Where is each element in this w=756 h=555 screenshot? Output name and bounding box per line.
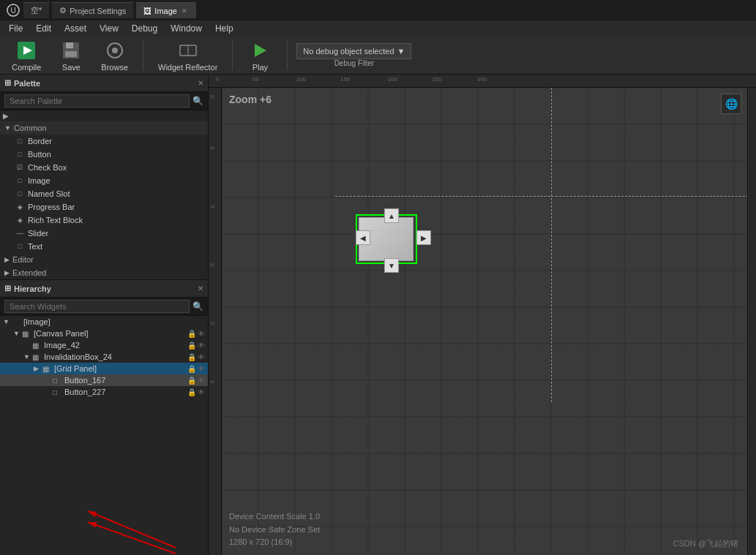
- canvas-widget[interactable]: ▲ ▼ ◀ ▶: [350, 208, 434, 274]
- debug-filter-container: No debug object selected ▼ Debug Filter: [296, 43, 411, 67]
- palette-category-extended[interactable]: ▶ Extended: [0, 266, 208, 279]
- hierarchy-search-icon[interactable]: 🔍: [192, 301, 203, 312]
- menu-help[interactable]: Help: [209, 22, 239, 35]
- tab-image[interactable]: 🖼 Image ✕: [136, 2, 196, 18]
- invalidationbox-lock-icon[interactable]: 🔒: [187, 353, 196, 361]
- hierarchy-item-canvas-panel[interactable]: ▼ ▦ [Canvas Panel] 🔒 👁: [0, 328, 208, 339]
- palette-item-image[interactable]: □ Image: [0, 174, 208, 187]
- invalidationbox-right-icons: 🔒 👁: [187, 353, 205, 361]
- menu-window[interactable]: Window: [165, 22, 208, 35]
- image42-eye-icon[interactable]: 👁: [198, 341, 205, 350]
- hierarchy-item-image-root[interactable]: ▼ [Image]: [0, 316, 208, 328]
- menu-asset[interactable]: Asset: [59, 22, 92, 35]
- gridpanel-right-icons: 🔒 👁: [187, 365, 205, 373]
- palette-search-bar: 🔍: [0, 92, 208, 110]
- palette-close-button[interactable]: ✕: [198, 79, 203, 87]
- dropdown-arrow-icon: ▼: [397, 47, 405, 56]
- canvas-scrollbar[interactable]: [747, 88, 756, 555]
- invalidationbox-icon: ▦: [32, 353, 42, 361]
- menu-file[interactable]: File: [3, 22, 29, 35]
- palette-search-icon[interactable]: 🔍: [192, 96, 203, 106]
- watermark: CSDN @飞起的猪: [673, 538, 738, 549]
- button167-lock-icon[interactable]: 🔒: [187, 377, 196, 385]
- nav-right-button[interactable]: ▶: [416, 230, 431, 245]
- invalidationbox-arrow: ▼: [23, 353, 31, 360]
- gridpanel-lock-icon[interactable]: 🔒: [187, 365, 196, 373]
- widget-container: ▲ ▼ ◀ ▶: [350, 208, 434, 274]
- button167-icon: □: [53, 377, 63, 385]
- tab-project-settings[interactable]: ⚙ Project Settings: [52, 2, 133, 18]
- button-icon: □: [15, 151, 25, 158]
- invalidationbox-eye-icon[interactable]: 👁: [198, 353, 205, 361]
- debug-filter-dropdown[interactable]: No debug object selected ▼: [296, 43, 411, 59]
- palette-item-border[interactable]: □ Border: [0, 135, 208, 148]
- palette-item-text[interactable]: □ Text: [0, 240, 208, 253]
- palette-item-rich-text-block[interactable]: ◈ Rich Text Block: [0, 214, 208, 227]
- canvas-viewport[interactable]: Zoom +6 🌐 ▲ ▼ ◀ ▶: [222, 88, 747, 555]
- hierarchy-header: ⊞ Hierarchy ✕: [0, 280, 208, 298]
- gridpanel-icon: ▦: [42, 365, 53, 373]
- toolbar-sep-1: [143, 41, 143, 70]
- palette-item-button[interactable]: □ Button: [0, 148, 208, 161]
- red-arrows-area: [0, 497, 208, 555]
- palette-item-slider[interactable]: — Slider: [0, 227, 208, 240]
- save-button[interactable]: Save: [53, 37, 89, 75]
- palette-section: ⊞ Palette ✕ 🔍 ▶ ▼ Common □ Border: [0, 75, 208, 280]
- palette-grid-icon: ⊞: [4, 78, 11, 88]
- tab-empty[interactable]: 空*: [23, 2, 49, 18]
- svg-text:/: /: [187, 48, 189, 53]
- widget-reflector-button[interactable]: / Widget Reflector: [152, 37, 223, 75]
- hierarchy-item-button167[interactable]: □ Button_167 🔒 👁: [0, 374, 208, 386]
- palette-search-input[interactable]: [4, 94, 190, 107]
- compile-button[interactable]: Compile: [6, 37, 47, 75]
- image42-right-icons: 🔒 👁: [187, 341, 205, 350]
- palette-item-progress-bar[interactable]: ◈ Progress Bar: [0, 200, 208, 214]
- nav-down-button[interactable]: ▼: [384, 258, 399, 273]
- palette-title: ⊞ Palette: [4, 78, 40, 88]
- palette-item-named-slot[interactable]: □ Named Slot: [0, 187, 208, 200]
- canvas-panel-lock-icon[interactable]: 🔒: [187, 330, 196, 338]
- widget-reflector-icon: /: [177, 39, 199, 61]
- svg-rect-6: [65, 51, 77, 57]
- palette-item-checkbox[interactable]: ☑ Check Box: [0, 161, 208, 174]
- canvas-bottom-info: Device Content Scale 1.0 No Device Safe …: [229, 510, 320, 549]
- menu-debug[interactable]: Debug: [126, 22, 163, 35]
- image42-lock-icon[interactable]: 🔒: [187, 341, 196, 350]
- hierarchy-title: ⊞ Hierarchy: [4, 284, 51, 293]
- svg-marker-12: [255, 44, 266, 57]
- palette-category-editor[interactable]: ▶ Editor: [0, 253, 208, 266]
- canvas-ruler-top: 0 50 100 150 200 250 300: [209, 75, 756, 88]
- hierarchy-item-invalidationbox24[interactable]: ▼ ▦ InvalidationBox_24 🔒 👁: [0, 351, 208, 363]
- tab-image-close[interactable]: ✕: [180, 7, 189, 15]
- nav-left-button[interactable]: ◀: [356, 230, 370, 245]
- button227-eye-icon[interactable]: 👁: [198, 388, 205, 396]
- palette-expand-arrow[interactable]: ▶: [0, 110, 208, 121]
- border-icon: □: [15, 137, 25, 145]
- progress-bar-icon: ◈: [15, 203, 25, 211]
- menu-view[interactable]: View: [94, 22, 124, 35]
- canvas-panel-eye-icon[interactable]: 👁: [198, 330, 205, 338]
- hierarchy-search-input[interactable]: [4, 300, 190, 313]
- hierarchy-item-gridpanel[interactable]: ▶ ▦ [Grid Panel] 🔒 👁: [0, 363, 208, 374]
- play-button[interactable]: Play: [242, 37, 278, 75]
- hierarchy-close-button[interactable]: ✕: [198, 284, 203, 292]
- extended-expand-icon: ▶: [4, 269, 10, 276]
- globe-button[interactable]: 🌐: [721, 94, 741, 114]
- hierarchy-item-button227[interactable]: □ Button_227 🔒 👁: [0, 386, 208, 398]
- hierarchy-item-image42[interactable]: ▦ Image_42 🔒 👁: [0, 339, 208, 351]
- canvas-ruler-left: 0 5 0 5 0 5: [209, 88, 222, 555]
- palette-category-common[interactable]: ▼ Common: [0, 121, 208, 135]
- palette-header: ⊞ Palette ✕: [0, 75, 208, 92]
- slider-icon: —: [15, 230, 25, 237]
- nav-up-button[interactable]: ▲: [384, 208, 399, 223]
- button227-lock-icon[interactable]: 🔒: [187, 388, 196, 396]
- app-logo: U: [6, 3, 20, 18]
- canvas-grid: [222, 88, 747, 555]
- image-tab-icon: 🖼: [143, 7, 151, 15]
- browse-button[interactable]: Browse: [95, 37, 134, 75]
- project-settings-icon: ⚙: [59, 6, 67, 15]
- gridpanel-eye-icon[interactable]: 👁: [198, 365, 205, 373]
- menu-edit[interactable]: Edit: [30, 22, 57, 35]
- svg-line-14: [88, 511, 176, 548]
- button167-eye-icon[interactable]: 👁: [198, 377, 205, 385]
